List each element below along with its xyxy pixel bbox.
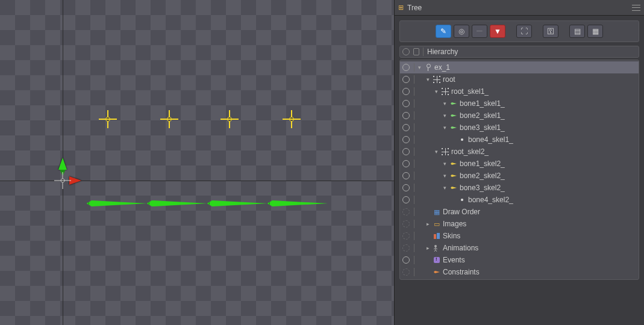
root-icon: [441, 87, 449, 96]
axis-horizontal: [0, 181, 394, 181]
visibility-toggle[interactable]: [402, 244, 410, 252]
visibility-toggle[interactable]: [402, 172, 410, 179]
root-icon: [433, 75, 441, 84]
tree-item-label: bone2_skel2_: [460, 172, 505, 180]
tree-item-label: bone3_skel2_: [460, 184, 505, 192]
bone-cross-icon[interactable]: [283, 110, 301, 128]
tree-item[interactable]: ▾bone1_skel2_: [400, 158, 639, 170]
root-icon: [441, 147, 449, 156]
tree-item[interactable]: ▾bone1_skel1_: [400, 98, 639, 110]
svg-point-2: [434, 245, 437, 247]
tree-item[interactable]: ▾root_skel1_: [400, 85, 639, 98]
tree-item[interactable]: ▾root: [400, 73, 639, 85]
panel-menu-icon[interactable]: [632, 5, 640, 11]
tree-item[interactable]: ▾ex_1: [400, 61, 639, 73]
visibility-toggle[interactable]: [402, 88, 410, 95]
tree-item-label: bone1_skel1_: [460, 99, 505, 108]
tree-item-label: bone1_skel2_: [460, 159, 505, 168]
viewport[interactable]: [0, 0, 394, 325]
toolbar: ✎◎𝄖▼⛶⚿▤▦: [399, 20, 639, 42]
doc-icon[interactable]: ▤: [569, 25, 585, 38]
gizmo-y-icon[interactable]: [58, 158, 67, 170]
hierarchy-tree: ▾ex_1▾root▾root_skel1_▾bone1_skel1_▾bone…: [399, 60, 639, 280]
bone-icon: [449, 172, 458, 180]
bone-cross-icon[interactable]: [160, 110, 178, 128]
tree-item[interactable]: ▾root_skel2_: [400, 146, 639, 158]
tree-item-label: ex_1: [434, 63, 450, 72]
filter-icon[interactable]: ▼: [490, 25, 505, 38]
visibility-toggle[interactable]: [402, 76, 410, 83]
tree-item[interactable]: ▾bone3_skel1_: [400, 122, 639, 134]
bone-icon: [449, 99, 458, 108]
gizmo-y-base-icon: [60, 170, 66, 176]
tree-item[interactable]: ▦Draw Order: [400, 206, 639, 218]
expand-toggle[interactable]: ▾: [442, 185, 448, 191]
visibility-toggle[interactable]: [402, 100, 410, 107]
visibility-toggle[interactable]: [402, 208, 410, 215]
tree-item-label: root: [443, 75, 455, 84]
expand-toggle[interactable]: ▾: [416, 64, 422, 70]
bone-icon: [449, 159, 458, 168]
visibility-toggle[interactable]: [402, 256, 410, 264]
tree-item[interactable]: ▾bone3_skel2_: [400, 182, 639, 194]
hierarchy-header: Hierarchy: [399, 46, 639, 58]
bone-cross-icon[interactable]: [99, 110, 117, 128]
gizmo-x-icon[interactable]: [69, 176, 81, 185]
tree-item[interactable]: ▸Animations: [400, 242, 639, 254]
expand-toggle[interactable]: ▾: [442, 173, 448, 179]
panel-tab-bar: ⊞ Tree: [395, 0, 644, 16]
bone-cross-icon[interactable]: [220, 110, 239, 128]
tree-item-label: Animations: [443, 244, 478, 252]
tree-item[interactable]: bone4_skel2_: [400, 194, 639, 206]
doc2-icon[interactable]: ▦: [587, 25, 603, 38]
events-icon: [433, 256, 441, 264]
tree-item[interactable]: ▾bone2_skel1_: [400, 110, 639, 122]
svg-rect-0: [434, 234, 436, 239]
svg-rect-1: [437, 233, 440, 239]
visibility-col-icon[interactable]: [402, 48, 410, 55]
expand-toggle[interactable]: ▾: [433, 149, 439, 155]
expand-toggle[interactable]: ▾: [433, 88, 439, 94]
expand-toggle[interactable]: ▾: [442, 125, 448, 131]
images-icon: ▭: [433, 220, 441, 228]
link-icon[interactable]: 𝄖: [472, 25, 487, 38]
expand-toggle[interactable]: ▾: [442, 113, 448, 119]
visibility-toggle[interactable]: [402, 268, 410, 276]
expand-toggle[interactable]: ▾: [425, 76, 431, 82]
visibility-toggle[interactable]: [402, 64, 410, 71]
tree-item[interactable]: ▾bone2_skel2_: [400, 170, 639, 182]
visibility-toggle[interactable]: [402, 136, 410, 143]
tree-item[interactable]: ▸▭Images: [400, 218, 639, 230]
expand-toggle[interactable]: ▾: [442, 101, 448, 107]
expand-toggle[interactable]: ▸: [425, 221, 431, 227]
visibility-toggle[interactable]: [402, 112, 410, 119]
tree-item-label: root_skel1_: [451, 87, 489, 96]
key-icon[interactable]: ⚿: [543, 25, 558, 38]
tree-panel: ⊞ Tree ✎◎𝄖▼⛶⚿▤▦ Hierarchy ▾ex_1▾root▾roo…: [394, 0, 644, 325]
focus-icon[interactable]: ⛶: [516, 25, 532, 38]
visibility-toggle[interactable]: [402, 232, 410, 240]
tree-item-label: bone3_skel1_: [460, 123, 505, 132]
visibility-toggle[interactable]: [402, 196, 410, 203]
animations-icon: [433, 244, 441, 252]
tree-item[interactable]: Events: [400, 254, 639, 266]
edit-icon[interactable]: ✎: [436, 25, 451, 38]
visibility-toggle[interactable]: [402, 124, 410, 131]
expand-toggle[interactable]: ▸: [425, 245, 431, 251]
visibility-toggle[interactable]: [402, 220, 410, 228]
tree-item[interactable]: Constraints: [400, 266, 639, 278]
tree-item-label: Images: [443, 220, 466, 228]
constraints-icon: [433, 268, 441, 276]
tree-item[interactable]: Skins: [400, 230, 639, 242]
panel-title[interactable]: Tree: [407, 4, 422, 12]
tree-item[interactable]: bone4_skel1_: [400, 134, 639, 146]
visibility-toggle[interactable]: [402, 160, 410, 167]
expand-toggle[interactable]: ▾: [442, 161, 448, 167]
visibility-toggle[interactable]: [402, 148, 410, 155]
lock-col-icon[interactable]: [413, 48, 419, 55]
tree-item-label: bone2_skel1_: [460, 111, 505, 120]
tree-item-label: Events: [443, 256, 465, 264]
tree-item-label: Draw Order: [443, 208, 480, 216]
target-icon[interactable]: ◎: [454, 25, 469, 38]
visibility-toggle[interactable]: [402, 184, 410, 191]
